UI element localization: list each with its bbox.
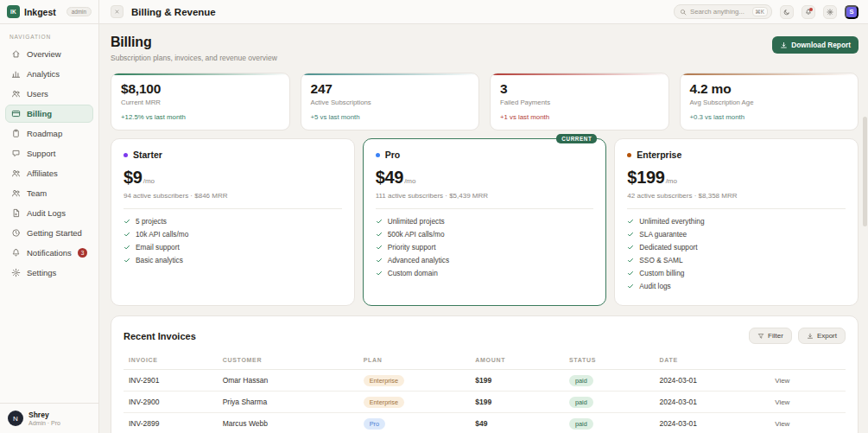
stat-label: Failed Payments [500, 99, 659, 106]
stat-card: 4.2 mo Avg Subscription Age +0.3 vs last… [680, 73, 859, 131]
notifications-button[interactable] [801, 5, 815, 19]
user-avatar: N [8, 411, 23, 426]
export-button[interactable]: Export [798, 328, 846, 344]
sidebar-item-users[interactable]: Users [5, 85, 93, 103]
plan-badge: Enterprise [364, 375, 404, 386]
plan-badge: Pro [364, 418, 385, 430]
stat-card: 247 Active Subscriptions +5 vs last mont… [301, 73, 480, 131]
divider [627, 208, 846, 209]
notification-dot [809, 8, 813, 11]
check-icon [376, 257, 383, 264]
table-row[interactable]: INV-2901 Omar Hassan Enterprise $199 pai… [124, 370, 846, 392]
plan-meta: 42 active subscribers · $8,358 MRR [627, 192, 846, 200]
filter-button[interactable]: Filter [749, 328, 792, 344]
stat-change: +12.5% vs last month [121, 113, 280, 121]
theme-toggle-button[interactable] [780, 5, 794, 19]
search-shortcut-kbd: ⌘K [752, 7, 769, 16]
column-header: DATE [654, 353, 770, 370]
plan-period: /mo [666, 177, 677, 185]
plan-feature-label: Custom domain [388, 269, 438, 277]
sidebar-item-roadmap[interactable]: Roadmap [5, 124, 93, 143]
stats-row: $8,100 Current MRR +12.5% vs last month … [111, 73, 858, 131]
view-link[interactable]: View [770, 413, 846, 433]
chart-icon [11, 69, 21, 79]
stat-change: +5 vs last month [311, 113, 470, 121]
scrollbar-thumb[interactable] [863, 117, 867, 226]
column-header [770, 353, 846, 370]
invoice-id-cell: INV-2899 [124, 413, 218, 433]
sidebar-item-settings[interactable]: Settings [5, 264, 93, 282]
date-cell: 2024-03-01 [654, 413, 770, 433]
sidebar-item-overview[interactable]: Overview [5, 45, 93, 63]
column-header: AMOUNT [470, 353, 564, 370]
users-icon [11, 188, 21, 198]
column-header: STATUS [564, 353, 655, 370]
stat-change: +0.3 vs last month [690, 113, 849, 121]
check-icon [124, 231, 130, 238]
user-role: Admin · Pro [29, 420, 60, 426]
sidebar-item-label: Support [27, 149, 55, 158]
check-icon [627, 218, 634, 225]
invoices-table: INVOICECUSTOMERPLANAMOUNTSTATUSDATE INV-… [124, 353, 846, 433]
search-box[interactable]: ⌘K [674, 4, 772, 19]
view-link[interactable]: View [770, 392, 846, 413]
sidebar-item-audit-logs[interactable]: Audit Logs [5, 204, 93, 222]
brand-logo: IK [7, 5, 20, 18]
plan-feature-label: 5 projects [136, 217, 167, 226]
sidebar-item-billing[interactable]: Billing [5, 105, 93, 123]
account-avatar[interactable]: S [845, 5, 858, 19]
sidebar-item-label: Notifications [27, 248, 72, 258]
search-input[interactable] [690, 8, 749, 16]
plan-name: Enterprise [637, 150, 681, 160]
stat-accent-bar [681, 73, 858, 75]
check-icon [376, 270, 383, 277]
plan-name: Starter [133, 150, 162, 160]
sidebar-item-affiliates[interactable]: Affiliates [5, 164, 93, 182]
sidebar-item-support[interactable]: Support [5, 144, 93, 162]
date-cell: 2024-03-01 [654, 370, 770, 392]
sidebar-item-getting-started[interactable]: Getting Started [5, 224, 93, 242]
tab-title: Billing & Revenue [131, 7, 216, 17]
customer-cell: Omar Hassan [218, 370, 358, 392]
download-report-button[interactable]: Download Report [772, 36, 858, 54]
plan-meta: 94 active subscribers · $846 MRR [124, 192, 342, 200]
brand-name: Inkgest [24, 7, 56, 17]
amount-cell: $49 [470, 413, 564, 433]
plan-feature: Priority support [376, 243, 594, 252]
close-tab-button[interactable] [111, 5, 124, 18]
sidebar-item-analytics[interactable]: Analytics [5, 65, 93, 83]
sidebar-item-team[interactable]: Team [5, 184, 93, 202]
stat-change: +1 vs last month [500, 113, 659, 121]
date-cell: 2024-03-01 [654, 392, 770, 413]
plan-feature: Custom domain [376, 269, 594, 277]
sidebar-item-label: Affiliates [27, 169, 58, 178]
plans-row: Starter $9 /mo 94 active subscribers · $… [111, 138, 858, 306]
table-row[interactable]: INV-2900 Priya Sharma Enterprise $199 pa… [124, 392, 846, 413]
plan-badge: Enterprise [364, 397, 404, 408]
sidebar-nav: Overview Analytics Users Billing Roadmap… [0, 43, 98, 403]
notification-count-badge: 3 [78, 248, 87, 258]
check-icon [124, 244, 130, 251]
page-title: Billing [111, 35, 277, 50]
plan-feature: Advanced analytics [376, 256, 594, 264]
plan-period: /mo [143, 177, 155, 185]
settings-button[interactable] [823, 5, 837, 19]
check-icon [124, 218, 130, 225]
plan-feature: Basic analytics [124, 256, 342, 264]
user-footer[interactable]: N Shrey Admin · Pro [0, 403, 98, 433]
check-icon [627, 257, 634, 264]
column-header: CUSTOMER [218, 353, 358, 370]
plan-card-pro: CURRENT Pro $49 /mo 111 active subscribe… [363, 138, 607, 306]
plan-feature: 10k API calls/mo [124, 230, 342, 239]
nav-section-label: NAVIGATION [0, 24, 98, 43]
sidebar-item-notifications[interactable]: Notifications 3 [5, 244, 93, 262]
table-row[interactable]: INV-2899 Marcus Webb Pro $49 paid 2024-0… [124, 413, 846, 433]
plan-price: $49 [376, 168, 403, 188]
view-link[interactable]: View [770, 370, 846, 392]
plan-feature-label: 10k API calls/mo [136, 230, 188, 239]
stat-value: 3 [500, 81, 659, 97]
doc-icon [11, 208, 21, 218]
table-header-row: INVOICECUSTOMERPLANAMOUNTSTATUSDATE [124, 353, 846, 370]
sidebar-item-label: Team [27, 188, 47, 198]
plan-feature-label: Audit logs [639, 282, 670, 290]
